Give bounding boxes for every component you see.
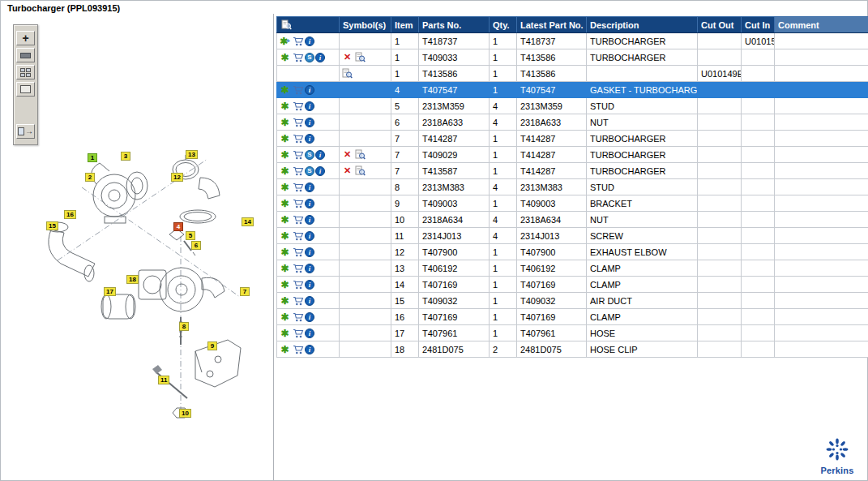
gear-icon[interactable]: ✱ (279, 311, 291, 323)
cart-icon[interactable] (292, 36, 304, 47)
info-icon[interactable]: i (305, 37, 314, 46)
parts-table-row[interactable]: ✱+i1T4187371T418737TURBOCHARGERU01015 (277, 33, 868, 49)
column-header-icons[interactable] (277, 17, 340, 33)
info-icon[interactable]: i (305, 280, 314, 290)
cart-icon[interactable] (292, 263, 304, 274)
cart-icon[interactable] (292, 214, 304, 225)
column-header-latest-part-no[interactable]: Latest Part No. (517, 17, 587, 33)
remove-icon[interactable]: ✕ (341, 149, 353, 161)
callout-9[interactable]: 9 (207, 341, 217, 350)
callout-2[interactable]: 2 (85, 173, 95, 182)
callout-10[interactable]: 10 (179, 409, 191, 418)
column-header-cut-out[interactable]: Cut Out (698, 17, 742, 33)
cart-icon[interactable] (292, 182, 304, 193)
parts-table-row[interactable]: ✱i14T4071691T407169CLAMP (277, 277, 868, 293)
gear-icon[interactable]: ✱ (279, 230, 291, 242)
info-icon[interactable]: i (305, 264, 314, 273)
info-icon[interactable]: i (305, 296, 314, 306)
cart-icon[interactable] (292, 328, 304, 339)
callout-4[interactable]: 4 (173, 222, 183, 231)
info-icon[interactable]: i (305, 231, 314, 241)
callout-1[interactable]: 1 (88, 153, 97, 162)
remove-icon[interactable]: ✕ (341, 52, 353, 63)
parts-table-row[interactable]: ✱i4T4075471T407547GASKET - TURBOCHARGER (277, 82, 868, 98)
info-icon[interactable]: i (305, 199, 314, 208)
gear-icon[interactable]: ✱ (279, 279, 291, 290)
s-icon[interactable]: S (305, 166, 314, 176)
gear-icon[interactable]: ✱ (279, 198, 291, 209)
parts-table-row[interactable]: ✱i16T4071691T407169CLAMP (277, 309, 868, 325)
parts-table-row[interactable]: ✱i12T4079001T407900EXHAUST ELBOW (277, 244, 868, 260)
column-header-qty[interactable]: Qty. (490, 17, 517, 33)
zoom-in-button[interactable]: + (16, 31, 35, 45)
info-icon[interactable]: i (305, 247, 314, 257)
panel-toggle-button[interactable]: → (16, 124, 35, 139)
gear-icon[interactable]: ✱ (279, 295, 291, 307)
gear-icon[interactable]: ✱ (279, 52, 291, 63)
zoom-doc-icon[interactable] (354, 149, 366, 161)
gear-icon[interactable]: ✱ (279, 84, 291, 96)
parts-table-row[interactable]: ✱i52313M35942313M359STUD (277, 98, 868, 114)
column-header-description[interactable]: Description (587, 17, 698, 33)
cart-icon[interactable] (292, 230, 304, 242)
cart-icon[interactable] (292, 117, 304, 128)
gear-icon[interactable]: ✱ (279, 133, 291, 144)
info-icon[interactable]: i (305, 329, 314, 338)
s-icon[interactable]: S (305, 150, 314, 160)
info-icon[interactable]: i (305, 118, 314, 127)
parts-table-row[interactable]: ✱i82313M38342313M383STUD (277, 179, 868, 195)
column-header-comment[interactable]: Comment (775, 17, 868, 33)
gear-icon[interactable]: ✱ (279, 182, 291, 193)
column-header-symbols[interactable]: Symbol(s) (340, 17, 391, 33)
gear-icon[interactable]: ✱ (279, 344, 291, 355)
parts-table-row[interactable]: ✱i9T4090031T409003BRACKET (277, 195, 868, 212)
zoom-out-button[interactable] (16, 48, 35, 62)
parts-table-row[interactable]: ✱i17T4079611T407961HOSE (277, 325, 868, 341)
cart-icon[interactable] (292, 311, 304, 323)
info-icon[interactable]: i (305, 85, 314, 95)
s-icon[interactable]: S (305, 53, 314, 62)
column-header-item[interactable]: Item (391, 17, 419, 33)
gear-icon[interactable]: ✱ (279, 328, 291, 339)
gear-icon[interactable]: ✱ (279, 247, 291, 258)
cart-icon[interactable] (292, 149, 304, 161)
cart-icon[interactable] (292, 133, 304, 144)
callout-17[interactable]: 17 (104, 287, 116, 296)
parts-table-row[interactable]: ✱i13T4061921T406192CLAMP (277, 260, 868, 277)
callout-12[interactable]: 12 (171, 173, 183, 182)
gear-icon[interactable]: ✱ (279, 214, 291, 225)
callout-18[interactable]: 18 (126, 275, 139, 284)
callout-8[interactable]: 8 (179, 322, 189, 331)
callout-5[interactable]: 5 (186, 231, 195, 240)
parts-table-row[interactable]: ✱Si✕7T4090291T414287TURBOCHARGER (277, 147, 868, 163)
remove-icon[interactable]: ✕ (341, 165, 353, 177)
parts-table-row[interactable]: ✱i182481D07522481D075HOSE CLIP (277, 341, 868, 358)
callout-16[interactable]: 16 (64, 210, 76, 219)
info-icon[interactable]: i (315, 150, 325, 160)
info-icon[interactable]: i (305, 345, 314, 354)
info-icon[interactable]: i (305, 215, 314, 225)
parts-table-row[interactable]: ✱i15T4090321T409032AIR DUCT (277, 293, 868, 309)
callout-6[interactable]: 6 (191, 241, 201, 250)
gear-icon[interactable]: ✱ (279, 149, 291, 161)
info-icon[interactable]: i (305, 312, 314, 322)
single-view-button[interactable] (16, 82, 35, 97)
callout-3[interactable]: 3 (121, 152, 130, 161)
parts-table-row[interactable]: ✱i112314J01342314J013SCREW (277, 228, 868, 244)
parts-table-row[interactable]: ✱i7T4142871T414287TURBOCHARGER (277, 131, 868, 147)
info-icon[interactable]: i (305, 134, 314, 144)
cart-icon[interactable] (292, 279, 304, 290)
cart-icon[interactable] (292, 165, 304, 177)
callout-14[interactable]: 14 (242, 217, 254, 226)
zoom-doc-icon[interactable] (341, 68, 353, 79)
cart-icon[interactable] (292, 84, 304, 96)
cart-icon[interactable] (292, 198, 304, 209)
cart-icon[interactable] (292, 344, 304, 355)
callout-11[interactable]: 11 (158, 376, 169, 384)
info-icon[interactable]: i (305, 183, 314, 192)
info-icon[interactable]: i (315, 53, 325, 62)
zoom-doc-icon[interactable] (354, 52, 366, 63)
callout-7[interactable]: 7 (240, 287, 250, 296)
parts-table-row[interactable]: ✱i102318A63442318A634NUT (277, 212, 868, 228)
parts-table-row[interactable]: ✱Si✕1T4090331T413586TURBOCHARGER (277, 49, 868, 66)
